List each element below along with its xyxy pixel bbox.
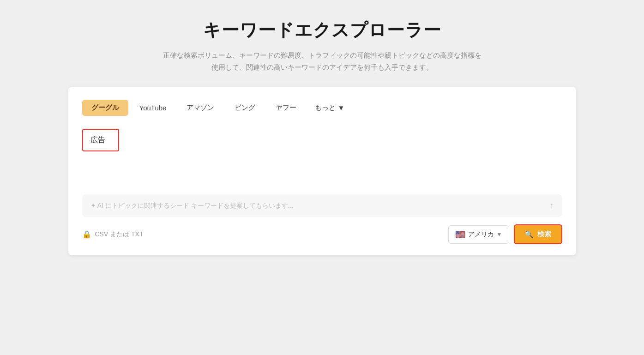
main-card: グーグル YouTube アマゾン ビング ヤフー もっと ▼ 広告 ✦ AI …	[68, 87, 576, 255]
lock-icon: 🔒	[82, 230, 91, 239]
country-label: アメリカ	[468, 230, 494, 239]
ai-input-left: ✦ AI にトピックに関連するシード キーワードを提案してもらいます...	[90, 202, 550, 210]
ad-label: 広告	[90, 136, 105, 144]
ai-input-row[interactable]: ✦ AI にトピックに関連するシード キーワードを提案してもらいます... ↑	[82, 194, 562, 217]
tab-youtube[interactable]: YouTube	[130, 100, 176, 115]
bottom-row: 🔒 CSV または TXT 🇺🇸 アメリカ ▼ 🔍 検索	[82, 224, 562, 244]
ai-input-placeholder: ✦ AI にトピックに関連するシード キーワードを提案してもらいます...	[90, 202, 550, 210]
ai-send-icon[interactable]: ↑	[550, 201, 554, 211]
content-area: 広告 ✦ AI にトピックに関連するシード キーワードを提案してもらいます...…	[82, 124, 562, 244]
tab-amazon[interactable]: アマゾン	[177, 100, 223, 116]
tab-more[interactable]: もっと ▼	[307, 100, 352, 116]
search-icon: 🔍	[525, 230, 534, 239]
csv-text: CSV または TXT	[95, 230, 144, 239]
tab-more-label: もっと	[315, 103, 336, 112]
right-controls: 🇺🇸 アメリカ ▼ 🔍 検索	[448, 224, 562, 244]
country-select[interactable]: 🇺🇸 アメリカ ▼	[448, 225, 509, 244]
tabs-row: グーグル YouTube アマゾン ビング ヤフー もっと ▼	[82, 100, 562, 116]
country-chevron-icon: ▼	[497, 231, 502, 238]
flag-icon: 🇺🇸	[455, 229, 465, 240]
tab-bing[interactable]: ビング	[225, 100, 265, 116]
page-title: キーワードエクスプローラー	[203, 18, 441, 42]
search-button[interactable]: 🔍 検索	[514, 224, 562, 244]
csv-label: 🔒 CSV または TXT	[82, 230, 144, 239]
chevron-down-icon: ▼	[337, 104, 344, 112]
page-subtitle: 正確な検索ボリューム、キーワードの難易度、トラフィックの可能性や親トピックなどの…	[163, 49, 481, 73]
search-label: 検索	[537, 230, 551, 239]
tab-google[interactable]: グーグル	[82, 100, 128, 116]
tab-yahoo[interactable]: ヤフー	[266, 100, 306, 116]
ad-area: 広告	[82, 129, 119, 151]
